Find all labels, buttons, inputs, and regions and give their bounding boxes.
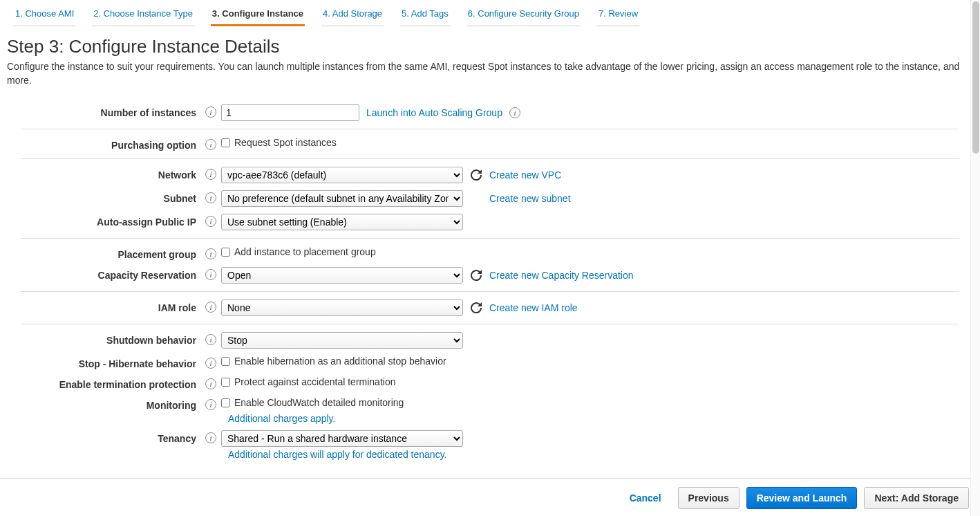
spot-instances-checkbox[interactable]: Request Spot instances	[221, 137, 337, 148]
footer: Cancel Previous Review and Launch Next: …	[0, 478, 980, 516]
next-add-storage-button[interactable]: Next: Add Storage	[864, 487, 969, 509]
spot-instances-checkbox-label: Request Spot instances	[234, 137, 337, 148]
form-area: Number of instances i Launch into Auto S…	[0, 97, 980, 478]
label-monitoring: Monitoring	[21, 397, 200, 411]
iam-role-select[interactable]: None	[221, 300, 463, 316]
hibernate-checkbox-label: Enable hibernation as an additional stop…	[234, 356, 446, 367]
previous-button[interactable]: Previous	[678, 487, 739, 509]
info-icon[interactable]: i	[205, 399, 216, 410]
capacity-reservation-select[interactable]: Open	[221, 267, 463, 284]
create-capacity-reservation-link[interactable]: Create new Capacity Reservation	[489, 270, 634, 281]
monitoring-checkbox[interactable]: Enable CloudWatch detailed monitoring	[221, 397, 404, 408]
info-icon[interactable]: i	[205, 192, 216, 203]
cancel-button[interactable]: Cancel	[620, 488, 671, 508]
create-iam-role-link[interactable]: Create new IAM role	[489, 302, 578, 313]
label-placement-group: Placement group	[21, 246, 200, 260]
network-select[interactable]: vpc-aee783c6 (default)	[221, 167, 463, 183]
page-title: Step 3: Configure Instance Details	[7, 36, 973, 57]
subnet-select[interactable]: No preference (default subnet in any Ava…	[221, 190, 463, 207]
tab-choose-instance-type[interactable]: 2. Choose Instance Type	[92, 4, 194, 26]
info-icon[interactable]: i	[205, 302, 216, 313]
label-hibernate-behavior: Stop - Hibernate behavior	[21, 356, 200, 369]
monitoring-checkbox-label: Enable CloudWatch detailed monitoring	[234, 397, 404, 408]
tenancy-select[interactable]: Shared - Run a shared hardware instance	[221, 430, 463, 447]
create-vpc-link[interactable]: Create new VPC	[489, 169, 561, 181]
info-icon[interactable]: i	[205, 248, 216, 259]
tenancy-note-link[interactable]: Additional charges will apply for dedica…	[228, 449, 446, 460]
label-auto-assign-public-ip: Auto-assign Public IP	[21, 214, 200, 228]
info-icon[interactable]: i	[205, 334, 216, 345]
label-network: Network	[21, 167, 200, 181]
tab-add-tags[interactable]: 5. Add Tags	[400, 4, 450, 26]
label-tenancy: Tenancy	[21, 430, 200, 444]
number-of-instances-input[interactable]	[221, 104, 359, 121]
page-description: Configure the instance to suit your requ…	[7, 60, 973, 87]
label-capacity-reservation: Capacity Reservation	[21, 267, 200, 281]
label-purchasing-option: Purchasing option	[21, 137, 200, 151]
label-shutdown-behavior: Shutdown behavior	[21, 332, 200, 346]
hibernate-checkbox[interactable]: Enable hibernation as an additional stop…	[221, 356, 446, 367]
info-icon[interactable]: i	[509, 107, 520, 118]
label-termination-protection: Enable termination protection	[21, 376, 200, 390]
refresh-icon[interactable]	[470, 169, 482, 181]
public-ip-select[interactable]: Use subnet setting (Enable)	[221, 214, 463, 230]
monitoring-note-link[interactable]: Additional charges apply.	[228, 413, 335, 424]
info-icon[interactable]: i	[205, 378, 216, 389]
info-icon[interactable]: i	[205, 269, 216, 280]
shutdown-behavior-select[interactable]: Stop	[221, 332, 463, 349]
placement-group-checkbox[interactable]: Add instance to placement group	[221, 246, 376, 257]
info-icon[interactable]: i	[205, 169, 216, 180]
termination-protection-checkbox-label: Protect against accidental termination	[234, 376, 395, 387]
tab-choose-ami[interactable]: 1. Choose AMI	[14, 4, 75, 26]
tab-add-storage[interactable]: 4. Add Storage	[321, 4, 384, 26]
tab-configure-security-group[interactable]: 6. Configure Security Group	[467, 4, 581, 26]
refresh-icon[interactable]	[470, 302, 482, 314]
termination-protection-checkbox[interactable]: Protect against accidental termination	[221, 376, 395, 387]
label-subnet: Subnet	[21, 190, 200, 204]
tab-review[interactable]: 7. Review	[597, 4, 639, 26]
review-and-launch-button[interactable]: Review and Launch	[746, 487, 858, 509]
tab-configure-instance[interactable]: 3. Configure Instance	[211, 4, 305, 26]
label-iam-role: IAM role	[21, 300, 200, 313]
label-number-of-instances: Number of instances	[21, 104, 200, 118]
create-subnet-link[interactable]: Create new subnet	[489, 193, 571, 204]
placement-group-checkbox-label: Add instance to placement group	[234, 246, 376, 257]
info-icon[interactable]: i	[205, 107, 216, 118]
info-icon[interactable]: i	[205, 139, 216, 150]
info-icon[interactable]: i	[205, 432, 216, 443]
refresh-icon[interactable]	[470, 269, 482, 282]
info-icon[interactable]: i	[205, 358, 216, 369]
info-icon[interactable]: i	[205, 216, 216, 227]
wizard-tabs: 1. Choose AMI 2. Choose Instance Type 3.…	[0, 0, 980, 26]
launch-asg-link[interactable]: Launch into Auto Scaling Group	[366, 107, 502, 118]
